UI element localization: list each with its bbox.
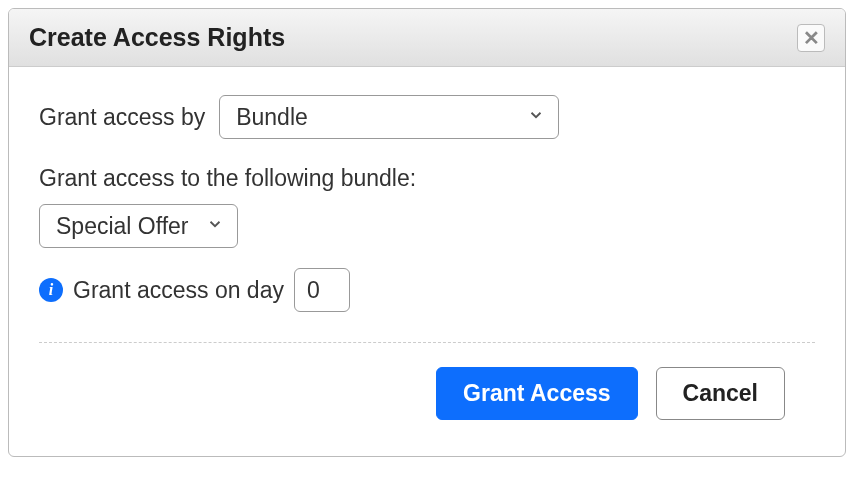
close-button[interactable]: ✕ [797, 24, 825, 52]
grant-by-select-wrap: Bundle [219, 95, 559, 139]
grant-by-select[interactable]: Bundle [219, 95, 559, 139]
grant-by-row: Grant access by Bundle [39, 95, 815, 139]
grant-to-section: Grant access to the following bundle: Sp… [39, 165, 815, 248]
bundle-select[interactable]: Special Offer [39, 204, 238, 248]
info-icon[interactable]: i [39, 278, 63, 302]
grant-to-label: Grant access to the following bundle: [39, 165, 416, 192]
dialog-header: Create Access Rights ✕ [9, 9, 845, 67]
create-access-rights-dialog: Create Access Rights ✕ Grant access by B… [8, 8, 846, 457]
dialog-body: Grant access by Bundle Grant access to t… [9, 67, 845, 456]
bundle-select-wrap: Special Offer [39, 204, 238, 248]
grant-access-button[interactable]: Grant Access [436, 367, 637, 420]
day-row: i Grant access on day [39, 268, 815, 312]
day-input[interactable] [294, 268, 350, 312]
day-label: Grant access on day [73, 277, 284, 304]
cancel-button[interactable]: Cancel [656, 367, 785, 420]
dialog-title: Create Access Rights [29, 23, 285, 52]
close-icon: ✕ [803, 26, 820, 50]
grant-by-label: Grant access by [39, 104, 205, 131]
dialog-footer: Grant Access Cancel [39, 342, 815, 446]
